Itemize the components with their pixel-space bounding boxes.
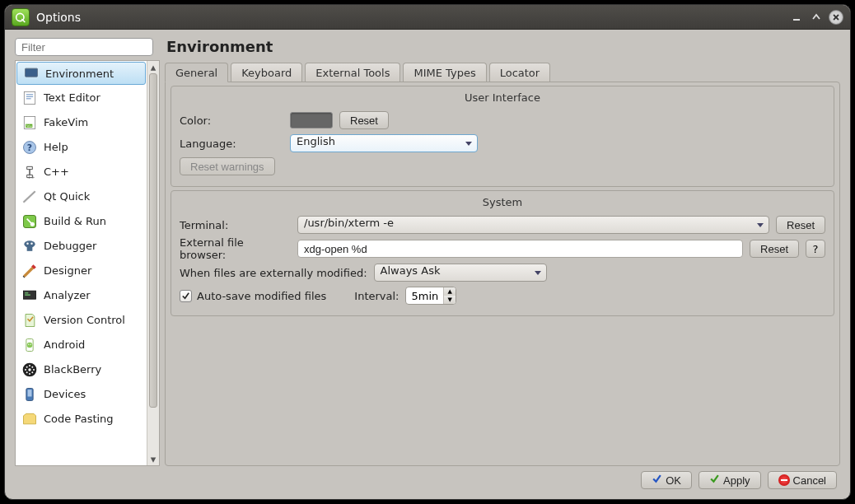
filter-input[interactable] <box>15 38 153 56</box>
svg-rect-41 <box>28 390 32 396</box>
sidebar-item-qt-quick[interactable]: Qt Quick <box>16 184 147 209</box>
sidebar-item-blackberry[interactable]: BlackBerry <box>16 357 147 382</box>
titlebar: Options <box>5 5 850 30</box>
svg-text:++: ++ <box>27 174 35 179</box>
sidebar-item-label: Version Control <box>44 314 125 326</box>
minimize-button[interactable] <box>789 10 804 25</box>
group-title: System <box>180 196 825 208</box>
svg-point-21 <box>26 242 29 245</box>
svg-point-22 <box>30 242 33 245</box>
svg-point-37 <box>31 366 33 367</box>
category-icon <box>21 89 39 107</box>
check-icon <box>709 474 720 487</box>
browser-label: External file browser: <box>180 236 291 261</box>
terminal-select[interactable]: /usr/bin/xterm -e <box>297 216 769 234</box>
tab-panel-general: User Interface Color: Reset Language: En… <box>165 82 840 466</box>
category-icon <box>21 287 39 305</box>
svg-point-27 <box>27 342 33 348</box>
svg-point-28 <box>28 343 29 344</box>
tab-external-tools[interactable]: External Tools <box>305 63 400 82</box>
reset-color-button[interactable]: Reset <box>339 111 389 129</box>
category-icon <box>21 336 39 354</box>
tab-strip: GeneralKeyboardExternal ToolsMIME TypesL… <box>165 62 840 82</box>
category-icon: ? <box>21 138 39 156</box>
svg-point-34 <box>25 369 26 371</box>
sidebar-item-fakevim[interactable]: FakeFakeVim <box>16 110 147 135</box>
category-list: EnvironmentText EditorFakeFakeVim?Help++… <box>15 60 160 466</box>
group-title: User Interface <box>180 91 825 104</box>
reset-warnings-button[interactable]: Reset warnings <box>180 157 275 175</box>
category-icon: Fake <box>21 114 39 132</box>
sidebar-item-label: Environment <box>45 68 114 80</box>
cancel-button[interactable]: Cancel <box>768 471 837 489</box>
category-icon <box>22 64 40 82</box>
autosave-checkbox[interactable]: Auto-save modified files <box>180 290 326 302</box>
svg-rect-20 <box>27 246 33 251</box>
sidebar-scrollbar[interactable]: ▴ ▾ <box>147 61 159 465</box>
category-icon <box>21 212 39 231</box>
color-picker[interactable] <box>290 112 333 128</box>
sidebar-item-environment[interactable]: Environment <box>16 62 146 85</box>
svg-text:Fake: Fake <box>26 124 32 128</box>
tab-general[interactable]: General <box>165 63 228 82</box>
scroll-thumb[interactable] <box>149 73 157 408</box>
checkbox-icon <box>180 290 192 302</box>
sidebar-item-text-editor[interactable]: Text Editor <box>16 86 147 110</box>
category-icon <box>21 361 39 379</box>
sidebar-item-analyzer[interactable]: Analyzer <box>16 283 147 308</box>
reset-terminal-button[interactable]: Reset <box>776 216 825 234</box>
dialog-button-row: OK Apply Cancel <box>15 466 840 494</box>
apply-button[interactable]: Apply <box>698 471 761 489</box>
close-button[interactable] <box>829 10 843 25</box>
svg-point-35 <box>33 369 35 371</box>
content-area: EnvironmentText EditorFakeFakeVim?Help++… <box>5 30 850 499</box>
language-select[interactable]: English <box>290 134 478 152</box>
tab-mime-types[interactable]: MIME Types <box>403 63 486 82</box>
sidebar-item-label: Text Editor <box>44 91 100 104</box>
sidebar-item-label: Qt Quick <box>44 190 90 203</box>
svg-point-31 <box>28 368 30 371</box>
spin-up-button[interactable]: ▲ <box>444 287 456 296</box>
cancel-icon <box>778 474 790 486</box>
help-button[interactable]: ? <box>806 240 825 258</box>
sidebar-item-devices[interactable]: Devices <box>16 382 147 407</box>
category-icon <box>21 188 39 206</box>
svg-point-29 <box>30 343 31 344</box>
sidebar-item-label: C++ <box>44 166 69 178</box>
window-title: Options <box>36 11 784 24</box>
sidebar-item-version-control[interactable]: Version Control <box>16 308 147 333</box>
language-label: Language: <box>180 138 283 150</box>
category-icon <box>21 237 39 255</box>
sidebar-item-label: FakeVim <box>44 116 88 128</box>
sidebar-item-designer[interactable]: Designer <box>16 259 147 283</box>
category-icon <box>21 262 39 280</box>
scroll-down-button[interactable]: ▾ <box>147 453 159 465</box>
sidebar-item-help[interactable]: ?Help <box>16 135 147 160</box>
sidebar-item-build-run[interactable]: Build & Run <box>16 209 147 234</box>
ok-button[interactable]: OK <box>641 471 692 489</box>
maximize-button[interactable] <box>809 10 824 25</box>
svg-rect-5 <box>26 68 38 77</box>
sidebar-item-c-[interactable]: ++C++ <box>16 160 147 184</box>
browser-input[interactable] <box>297 240 743 258</box>
sidebar-item-android[interactable]: Android <box>16 333 147 357</box>
sidebar-item-label: Help <box>44 141 68 153</box>
spin-down-button[interactable]: ▼ <box>444 296 456 304</box>
qt-app-icon <box>12 8 30 26</box>
sidebar-item-debugger[interactable]: Debugger <box>16 234 147 259</box>
modified-select[interactable]: Always Ask <box>374 264 547 282</box>
svg-point-33 <box>29 373 30 375</box>
sidebar: EnvironmentText EditorFakeFakeVim?Help++… <box>15 38 160 466</box>
sidebar-item-code-pasting[interactable]: Code Pasting <box>16 407 147 432</box>
category-icon <box>21 385 39 404</box>
category-icon <box>21 311 39 329</box>
user-interface-group: User Interface Color: Reset Language: En… <box>171 86 834 187</box>
tab-locator[interactable]: Locator <box>489 63 550 82</box>
reset-browser-button[interactable]: Reset <box>750 240 799 258</box>
sidebar-item-label: Code Pasting <box>44 413 114 425</box>
interval-spinbox[interactable]: 5min ▲ ▼ <box>405 287 456 305</box>
tab-keyboard[interactable]: Keyboard <box>231 63 302 82</box>
svg-text:?: ? <box>27 142 32 153</box>
autosave-label: Auto-save modified files <box>197 290 326 302</box>
scroll-up-button[interactable]: ▴ <box>147 61 159 73</box>
